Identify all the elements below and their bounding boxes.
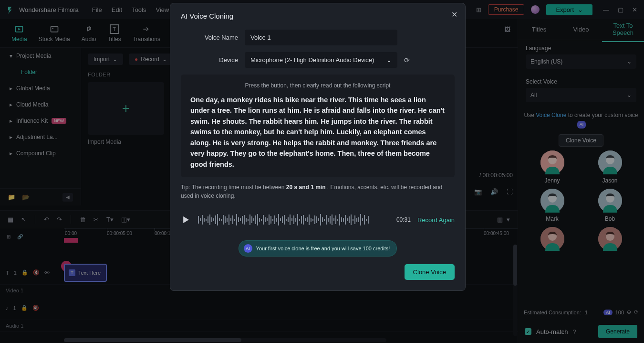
refresh-device-icon[interactable]: ⟳ <box>404 56 410 64</box>
modal-title: AI Voice Cloning <box>181 12 455 20</box>
recording-duration: 00:31 <box>396 216 411 223</box>
device-select[interactable]: Microphone (2- High Definition Audio Dev… <box>245 52 397 68</box>
play-recording-icon[interactable] <box>181 214 191 225</box>
voice-name-input[interactable] <box>245 30 397 45</box>
chevron-down-icon: ⌄ <box>386 56 392 64</box>
voice-name-label: Voice Name <box>181 34 238 41</box>
waveform[interactable] <box>198 213 390 227</box>
ai-icon: AI <box>244 244 252 253</box>
script-text: One day, a monkey rides his bike near th… <box>190 95 445 170</box>
svg-marker-16 <box>183 216 189 223</box>
ai-voice-cloning-modal: AI Voice Cloning ✕ Voice Name Device Mic… <box>170 3 466 291</box>
device-label: Device <box>181 56 238 64</box>
recording-tip: Tip: The recording time must be between … <box>181 183 455 200</box>
promo-pill: AI Your first voice clone is free and yo… <box>239 240 397 257</box>
clone-voice-button[interactable]: Clone Voice <box>405 264 455 280</box>
modal-close-icon[interactable]: ✕ <box>451 10 457 19</box>
script-hint: Press the button, then clearly read out … <box>190 82 445 89</box>
record-again-button[interactable]: Record Again <box>417 216 455 224</box>
